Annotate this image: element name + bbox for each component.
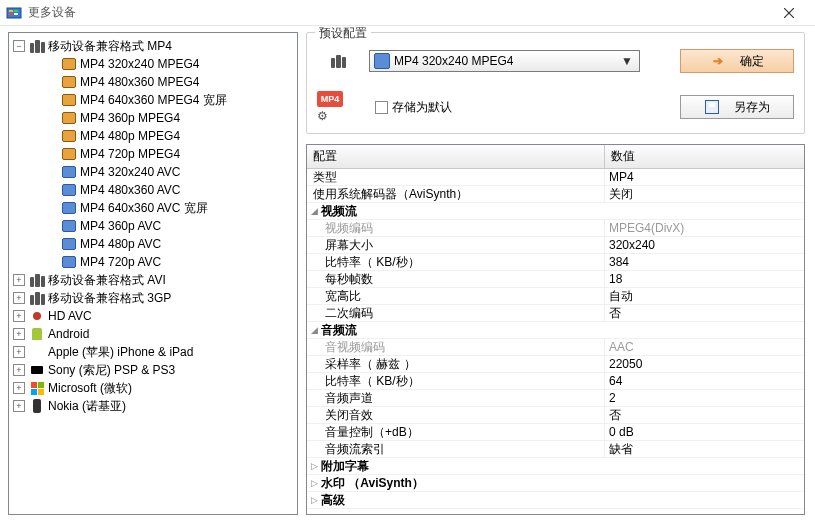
tree-toggle[interactable]: + (13, 310, 25, 322)
mp4-icon: MP4 ⚙ (317, 89, 359, 125)
save-as-button[interactable]: 另存为 (680, 95, 794, 119)
property-group[interactable]: ▷附加字幕 (307, 458, 804, 475)
chevron-down-icon[interactable]: ◢ (307, 206, 321, 216)
property-row[interactable]: 采样率（ 赫兹 ）22050 (307, 356, 804, 373)
tree-sibling[interactable]: +Microsoft (微软) (9, 379, 297, 397)
tree-sibling[interactable]: +HD AVC (9, 307, 297, 325)
property-row[interactable]: 音视频编码AAC (307, 339, 804, 356)
property-row[interactable]: 每秒帧数18 (307, 271, 804, 288)
tree-child[interactable]: MP4 480x360 AVC (9, 181, 297, 199)
group-label: 音频流 (321, 322, 357, 339)
tree-toggle[interactable]: + (13, 346, 25, 358)
property-row[interactable]: 屏幕大小320x240 (307, 237, 804, 254)
prop-name: 音视频编码 (307, 339, 605, 356)
prop-name: 采样率（ 赫兹 ） (307, 356, 605, 373)
preset-dropdown[interactable]: MP4 320x240 MPEG4 ▼ (369, 50, 640, 72)
tree-toggle[interactable]: − (13, 40, 25, 52)
property-row[interactable]: 比特率（ KB/秒）64 (307, 373, 804, 390)
tree-child[interactable]: MP4 720p AVC (9, 253, 297, 271)
tree-child[interactable]: MP4 320x240 MPEG4 (9, 55, 297, 73)
tree-child[interactable]: MP4 640x360 MPEG4 宽屏 (9, 91, 297, 109)
titlebar: 更多设备 (0, 0, 815, 26)
tree-node-label: Nokia (诺基亚) (48, 398, 126, 415)
property-group[interactable]: ▷水印 （AviSynth） (307, 475, 804, 492)
tree-child[interactable]: MP4 480p MPEG4 (9, 127, 297, 145)
preset-legend: 预设配置 (315, 26, 371, 42)
preset-fieldset: 预设配置 MP4 320x240 MPEG4 ▼ ➔ 确定 MP4 (306, 32, 805, 134)
tree-sibling[interactable]: +Android (9, 325, 297, 343)
tree-node-icon (29, 272, 45, 288)
chevron-right-icon[interactable]: ▷ (307, 495, 321, 505)
group-label: 附加字幕 (321, 458, 369, 475)
tree-node-label: Android (48, 327, 89, 341)
tree-child[interactable]: MP4 360p AVC (9, 217, 297, 235)
tree-sibling[interactable]: +移动设备兼容格式 3GP (9, 289, 297, 307)
property-row[interactable]: 视频编码MPEG4(DivX) (307, 220, 804, 237)
property-row[interactable]: 比特率（ KB/秒）384 (307, 254, 804, 271)
header-config[interactable]: 配置 (307, 145, 605, 168)
tree-node-icon (29, 344, 45, 360)
tree-child[interactable]: MP4 480p AVC (9, 235, 297, 253)
tree-node-label: MP4 320x240 AVC (80, 165, 181, 179)
chevron-right-icon[interactable]: ▷ (307, 461, 321, 471)
prop-value: AAC (605, 340, 804, 354)
tree-sibling[interactable]: +Apple (苹果) iPhone & iPad (9, 343, 297, 361)
tree-root-mp4[interactable]: −移动设备兼容格式 MP4 (9, 37, 297, 55)
tree-node-icon (61, 56, 77, 72)
property-row[interactable]: 关闭音效否 (307, 407, 804, 424)
group-label: 视频流 (321, 203, 357, 220)
svg-rect-3 (9, 13, 13, 15)
tree-toggle[interactable]: + (13, 400, 25, 412)
ok-button[interactable]: ➔ 确定 (680, 49, 794, 73)
tree-toggle[interactable]: + (13, 364, 25, 376)
property-row[interactable]: 音量控制（+dB）0 dB (307, 424, 804, 441)
property-group[interactable]: ▷高级 (307, 492, 804, 509)
tree-node-icon (29, 38, 45, 54)
prop-value: 2 (605, 391, 804, 405)
property-row[interactable]: 类型MP4 (307, 169, 804, 186)
tree-toggle[interactable]: + (13, 274, 25, 286)
tree-node-label: MP4 320x240 MPEG4 (80, 57, 199, 71)
tree-child[interactable]: MP4 360p MPEG4 (9, 109, 297, 127)
property-grid[interactable]: 配置 数值 类型MP4使用系统解码器（AviSynth）关闭◢视频流视频编码MP… (306, 144, 805, 515)
prop-value: 22050 (605, 357, 804, 371)
close-button[interactable] (769, 3, 809, 23)
header-value[interactable]: 数值 (605, 145, 804, 168)
prop-value: 320x240 (605, 238, 804, 252)
chevron-down-icon[interactable]: ◢ (307, 325, 321, 335)
property-row[interactable]: 宽高比自动 (307, 288, 804, 305)
tree-sibling[interactable]: +Sony (索尼) PSP & PS3 (9, 361, 297, 379)
prop-value: 缺省 (605, 441, 804, 458)
prop-value: 0 dB (605, 425, 804, 439)
property-row[interactable]: 使用系统解码器（AviSynth）关闭 (307, 186, 804, 203)
save-default-checkbox[interactable] (375, 101, 388, 114)
tree-sibling[interactable]: +移动设备兼容格式 AVI (9, 271, 297, 289)
tree-node-icon (29, 380, 45, 396)
chevron-right-icon[interactable]: ▷ (307, 478, 321, 488)
tree-child[interactable]: MP4 320x240 AVC (9, 163, 297, 181)
prop-name: 使用系统解码器（AviSynth） (307, 186, 605, 203)
film-icon (374, 53, 390, 69)
tree-node-label: Microsoft (微软) (48, 380, 132, 397)
tree-child[interactable]: MP4 720p MPEG4 (9, 145, 297, 163)
property-group[interactable]: ◢音频流 (307, 322, 804, 339)
tree-child[interactable]: MP4 640x360 AVC 宽屏 (9, 199, 297, 217)
tree-toggle[interactable]: + (13, 292, 25, 304)
tree-node-icon (29, 290, 45, 306)
tree-node-icon (61, 200, 77, 216)
group-label: 高级 (321, 492, 345, 509)
property-group[interactable]: ◢视频流 (307, 203, 804, 220)
property-row[interactable]: 音频流索引缺省 (307, 441, 804, 458)
tree-sibling[interactable]: +Nokia (诺基亚) (9, 397, 297, 415)
tree-toggle[interactable]: + (13, 328, 25, 340)
prop-name: 类型 (307, 169, 605, 186)
tree-node-icon (61, 236, 77, 252)
tree-node-icon (61, 92, 77, 108)
property-row[interactable]: 音频声道2 (307, 390, 804, 407)
tree-child[interactable]: MP4 480x360 MPEG4 (9, 73, 297, 91)
tree-node-label: MP4 360p MPEG4 (80, 111, 180, 125)
property-row[interactable]: 二次编码否 (307, 305, 804, 322)
tree-node-icon (61, 146, 77, 162)
tree-toggle[interactable]: + (13, 382, 25, 394)
prop-value: 自动 (605, 288, 804, 305)
